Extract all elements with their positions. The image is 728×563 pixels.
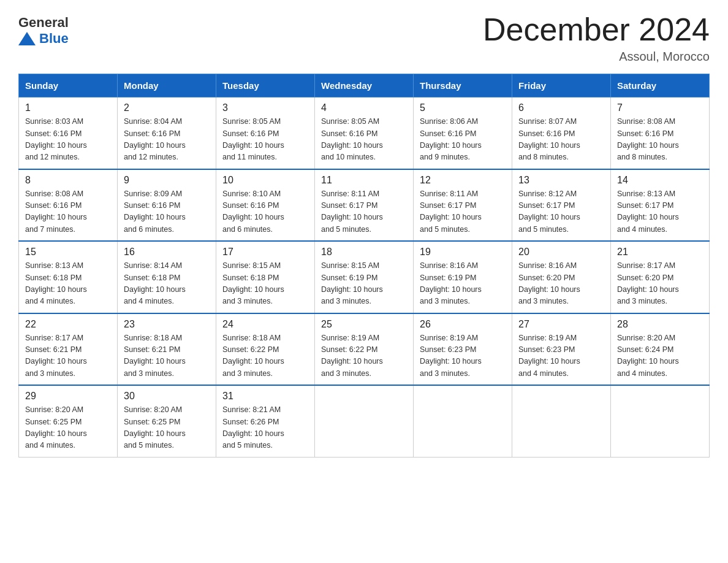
day-info: Sunrise: 8:04 AM Sunset: 6:16 PM Dayligh…	[124, 116, 210, 164]
day-info: Sunrise: 8:15 AM Sunset: 6:19 PM Dayligh…	[321, 260, 407, 308]
calendar-cell: 31Sunrise: 8:21 AM Sunset: 6:26 PM Dayli…	[216, 385, 315, 457]
calendar-cell: 14Sunrise: 8:13 AM Sunset: 6:17 PM Dayli…	[611, 169, 710, 242]
calendar-cell: 24Sunrise: 8:18 AM Sunset: 6:22 PM Dayli…	[216, 313, 315, 386]
calendar-week-2: 8Sunrise: 8:08 AM Sunset: 6:16 PM Daylig…	[19, 169, 710, 242]
calendar-cell	[611, 385, 710, 457]
day-info: Sunrise: 8:17 AM Sunset: 6:21 PM Dayligh…	[25, 332, 111, 380]
day-number: 11	[321, 175, 407, 186]
day-number: 28	[617, 319, 703, 330]
logo-blue-label: Blue	[39, 31, 69, 47]
calendar-cell: 28Sunrise: 8:20 AM Sunset: 6:24 PM Dayli…	[611, 313, 710, 386]
day-number: 1	[25, 102, 111, 113]
day-number: 17	[222, 247, 308, 258]
day-number: 15	[25, 247, 111, 258]
day-info: Sunrise: 8:19 AM Sunset: 6:22 PM Dayligh…	[321, 332, 407, 380]
day-number: 14	[617, 175, 703, 186]
calendar-cell: 27Sunrise: 8:19 AM Sunset: 6:23 PM Dayli…	[512, 313, 611, 386]
day-info: Sunrise: 8:15 AM Sunset: 6:18 PM Dayligh…	[222, 260, 308, 308]
logo-svg-icon	[18, 32, 36, 45]
col-header-thursday: Thursday	[414, 74, 512, 98]
col-header-tuesday: Tuesday	[216, 74, 315, 98]
day-number: 23	[124, 319, 210, 330]
col-header-wednesday: Wednesday	[315, 74, 414, 98]
svg-marker-0	[18, 32, 27, 45]
calendar-cell	[414, 385, 512, 457]
calendar-cell: 1Sunrise: 8:03 AM Sunset: 6:16 PM Daylig…	[19, 98, 118, 169]
logo-blue-text: Blue	[18, 31, 69, 47]
calendar-cell: 15Sunrise: 8:13 AM Sunset: 6:18 PM Dayli…	[19, 241, 118, 313]
day-info: Sunrise: 8:05 AM Sunset: 6:16 PM Dayligh…	[222, 116, 308, 164]
calendar-cell	[512, 385, 611, 457]
day-number: 5	[420, 102, 506, 113]
logo: General Blue	[18, 12, 69, 47]
calendar-week-1: 1Sunrise: 8:03 AM Sunset: 6:16 PM Daylig…	[19, 98, 710, 169]
calendar-cell: 29Sunrise: 8:20 AM Sunset: 6:25 PM Dayli…	[19, 385, 118, 457]
calendar-cell: 8Sunrise: 8:08 AM Sunset: 6:16 PM Daylig…	[19, 169, 118, 242]
calendar-cell: 5Sunrise: 8:06 AM Sunset: 6:16 PM Daylig…	[414, 98, 512, 169]
calendar-header-row: SundayMondayTuesdayWednesdayThursdayFrid…	[19, 74, 710, 98]
day-number: 9	[124, 175, 210, 186]
calendar-subtitle: Assoul, Morocco	[483, 50, 710, 64]
page-header: General Blue December 2024 Assoul, Moroc…	[18, 12, 710, 64]
calendar-cell: 11Sunrise: 8:11 AM Sunset: 6:17 PM Dayli…	[315, 169, 414, 242]
calendar-cell: 25Sunrise: 8:19 AM Sunset: 6:22 PM Dayli…	[315, 313, 414, 386]
day-number: 22	[25, 319, 111, 330]
day-number: 21	[617, 247, 703, 258]
day-info: Sunrise: 8:08 AM Sunset: 6:16 PM Dayligh…	[617, 116, 703, 164]
day-number: 20	[518, 247, 604, 258]
day-info: Sunrise: 8:16 AM Sunset: 6:19 PM Dayligh…	[420, 260, 506, 308]
calendar-cell: 21Sunrise: 8:17 AM Sunset: 6:20 PM Dayli…	[611, 241, 710, 313]
calendar-cell	[315, 385, 414, 457]
day-info: Sunrise: 8:10 AM Sunset: 6:16 PM Dayligh…	[222, 188, 308, 236]
day-info: Sunrise: 8:20 AM Sunset: 6:25 PM Dayligh…	[124, 404, 210, 452]
day-number: 24	[222, 319, 308, 330]
calendar-cell: 6Sunrise: 8:07 AM Sunset: 6:16 PM Daylig…	[512, 98, 611, 169]
logo-icon	[18, 32, 36, 45]
calendar-cell: 18Sunrise: 8:15 AM Sunset: 6:19 PM Dayli…	[315, 241, 414, 313]
calendar-cell: 13Sunrise: 8:12 AM Sunset: 6:17 PM Dayli…	[512, 169, 611, 242]
calendar-cell: 2Sunrise: 8:04 AM Sunset: 6:16 PM Daylig…	[118, 98, 216, 169]
day-info: Sunrise: 8:19 AM Sunset: 6:23 PM Dayligh…	[420, 332, 506, 380]
calendar-cell: 10Sunrise: 8:10 AM Sunset: 6:16 PM Dayli…	[216, 169, 315, 242]
col-header-friday: Friday	[512, 74, 611, 98]
calendar-week-4: 22Sunrise: 8:17 AM Sunset: 6:21 PM Dayli…	[19, 313, 710, 386]
svg-marker-1	[27, 32, 36, 45]
day-number: 16	[124, 247, 210, 258]
day-info: Sunrise: 8:14 AM Sunset: 6:18 PM Dayligh…	[124, 260, 210, 308]
day-info: Sunrise: 8:20 AM Sunset: 6:25 PM Dayligh…	[25, 404, 111, 452]
calendar-cell: 7Sunrise: 8:08 AM Sunset: 6:16 PM Daylig…	[611, 98, 710, 169]
col-header-sunday: Sunday	[19, 74, 118, 98]
calendar-cell: 4Sunrise: 8:05 AM Sunset: 6:16 PM Daylig…	[315, 98, 414, 169]
day-number: 29	[25, 391, 111, 402]
day-info: Sunrise: 8:09 AM Sunset: 6:16 PM Dayligh…	[124, 188, 210, 236]
day-info: Sunrise: 8:07 AM Sunset: 6:16 PM Dayligh…	[518, 116, 604, 164]
day-number: 2	[124, 102, 210, 113]
calendar-cell: 22Sunrise: 8:17 AM Sunset: 6:21 PM Dayli…	[19, 313, 118, 386]
day-info: Sunrise: 8:20 AM Sunset: 6:24 PM Dayligh…	[617, 332, 703, 380]
day-number: 18	[321, 247, 407, 258]
day-number: 26	[420, 319, 506, 330]
calendar-cell: 3Sunrise: 8:05 AM Sunset: 6:16 PM Daylig…	[216, 98, 315, 169]
day-info: Sunrise: 8:13 AM Sunset: 6:18 PM Dayligh…	[25, 260, 111, 308]
day-info: Sunrise: 8:17 AM Sunset: 6:20 PM Dayligh…	[617, 260, 703, 308]
day-number: 31	[222, 391, 308, 402]
calendar-week-5: 29Sunrise: 8:20 AM Sunset: 6:25 PM Dayli…	[19, 385, 710, 457]
day-number: 19	[420, 247, 506, 258]
day-info: Sunrise: 8:06 AM Sunset: 6:16 PM Dayligh…	[420, 116, 506, 164]
day-info: Sunrise: 8:03 AM Sunset: 6:16 PM Dayligh…	[25, 116, 111, 164]
calendar-cell: 30Sunrise: 8:20 AM Sunset: 6:25 PM Dayli…	[118, 385, 216, 457]
calendar-title: December 2024	[483, 12, 710, 47]
day-info: Sunrise: 8:21 AM Sunset: 6:26 PM Dayligh…	[222, 404, 308, 452]
calendar-cell: 19Sunrise: 8:16 AM Sunset: 6:19 PM Dayli…	[414, 241, 512, 313]
day-number: 3	[222, 102, 308, 113]
day-info: Sunrise: 8:16 AM Sunset: 6:20 PM Dayligh…	[518, 260, 604, 308]
day-number: 12	[420, 175, 506, 186]
day-number: 13	[518, 175, 604, 186]
title-area: December 2024 Assoul, Morocco	[483, 12, 710, 64]
calendar-cell: 26Sunrise: 8:19 AM Sunset: 6:23 PM Dayli…	[414, 313, 512, 386]
day-number: 7	[617, 102, 703, 113]
day-info: Sunrise: 8:05 AM Sunset: 6:16 PM Dayligh…	[321, 116, 407, 164]
day-info: Sunrise: 8:11 AM Sunset: 6:17 PM Dayligh…	[420, 188, 506, 236]
day-number: 27	[518, 319, 604, 330]
day-info: Sunrise: 8:18 AM Sunset: 6:22 PM Dayligh…	[222, 332, 308, 380]
